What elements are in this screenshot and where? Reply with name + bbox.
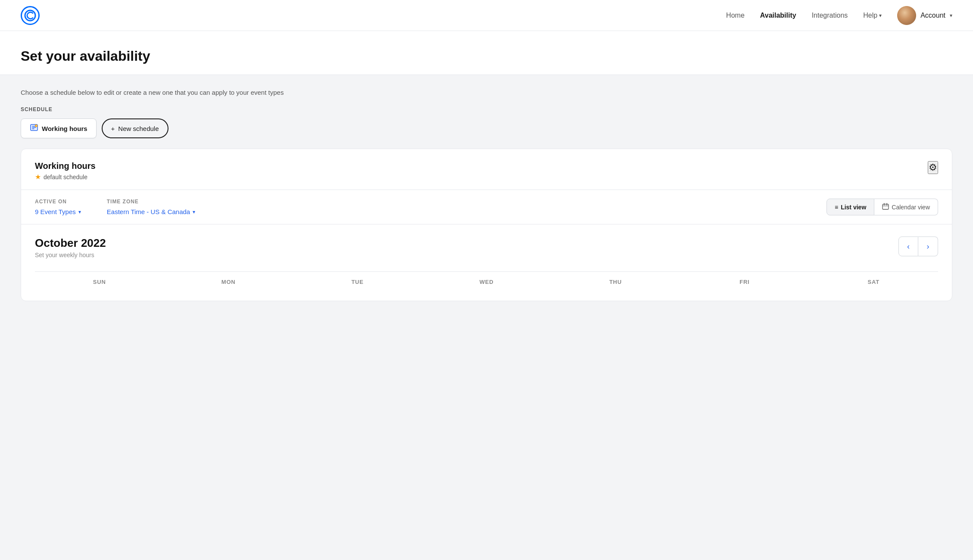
list-view-button[interactable]: ≡ List view: [826, 199, 874, 215]
day-headers: SUN MON TUE WED THU FRI SAT: [35, 271, 938, 289]
schedule-card: Working hours ★ default schedule ⚙ ACTIV…: [21, 149, 952, 301]
calendar-next-button[interactable]: ›: [918, 236, 938, 256]
view-buttons: ≡ List view Calendar view: [826, 199, 938, 215]
day-sat: SAT: [809, 279, 938, 289]
working-hours-label: Working hours: [42, 125, 87, 132]
avatar: [897, 6, 916, 25]
working-hours-pill[interactable]: Working hours: [21, 118, 97, 138]
schedule-section-label: SCHEDULE: [21, 106, 952, 112]
avatar-image: [897, 6, 916, 25]
list-view-icon: ≡: [835, 204, 838, 211]
day-fri: FRI: [680, 279, 809, 289]
calendar-title-area: October 2022 Set your weekly hours: [35, 236, 106, 269]
default-schedule-label: default schedule: [44, 174, 87, 180]
working-hours-icon: [30, 123, 38, 134]
active-on-col: ACTIVE ON 9 Event Types ▾: [35, 199, 81, 215]
help-chevron-icon: ▾: [879, 12, 882, 19]
timezone-chevron-icon: ▾: [193, 209, 195, 215]
new-schedule-label: New schedule: [118, 125, 159, 132]
timezone-value[interactable]: Eastern Time - US & Canada ▾: [107, 208, 195, 215]
logo[interactable]: [21, 6, 40, 25]
page-header: Set your availability: [0, 31, 973, 75]
day-sun: SUN: [35, 279, 164, 289]
svg-point-5: [35, 124, 37, 127]
calendar-prev-button[interactable]: ‹: [898, 236, 918, 256]
page-title: Set your availability: [21, 48, 952, 64]
schedule-card-meta: ACTIVE ON 9 Event Types ▾ TIME ZONE East…: [21, 190, 952, 224]
svg-rect-6: [883, 204, 889, 209]
main-content: Choose a schedule below to edit or creat…: [0, 75, 973, 560]
active-on-label: ACTIVE ON: [35, 199, 81, 205]
account-chevron-icon: ▾: [950, 12, 952, 19]
star-icon: ★: [35, 173, 41, 181]
navbar: Home Availability Integrations Help ▾ Ac…: [0, 0, 973, 31]
day-tue: TUE: [293, 279, 422, 289]
calendar-section: October 2022 Set your weekly hours ‹ › S…: [21, 224, 952, 301]
schedule-card-title: Working hours: [35, 161, 96, 171]
account-label: Account: [920, 12, 945, 19]
timezone-col: TIME ZONE Eastern Time - US & Canada ▾: [107, 199, 195, 215]
calendar-nav: ‹ ›: [898, 236, 938, 256]
timezone-label: TIME ZONE: [107, 199, 195, 205]
active-on-chevron-icon: ▾: [78, 209, 81, 215]
account-menu[interactable]: Account ▾: [897, 6, 952, 25]
nav-links: Home Availability Integrations Help ▾ Ac…: [726, 6, 952, 25]
schedule-card-title-area: Working hours ★ default schedule: [35, 161, 96, 181]
nav-home[interactable]: Home: [726, 12, 745, 19]
page-subtitle: Choose a schedule below to edit or creat…: [21, 89, 952, 96]
schedule-card-header: Working hours ★ default schedule ⚙: [21, 149, 952, 190]
settings-gear-icon[interactable]: ⚙: [928, 161, 938, 174]
calendar-view-icon: [882, 203, 889, 211]
new-schedule-plus: +: [111, 125, 115, 132]
new-schedule-pill[interactable]: + New schedule: [102, 118, 168, 138]
nav-help[interactable]: Help ▾: [863, 12, 882, 19]
day-mon: MON: [164, 279, 293, 289]
schedule-pills: Working hours + New schedule: [21, 118, 952, 138]
day-wed: WED: [422, 279, 551, 289]
calendar-subtitle: Set your weekly hours: [35, 252, 106, 258]
nav-availability[interactable]: Availability: [760, 12, 796, 19]
active-on-value[interactable]: 9 Event Types ▾: [35, 208, 81, 215]
calendar-header: October 2022 Set your weekly hours ‹ ›: [35, 236, 938, 269]
calendar-month: October 2022: [35, 236, 106, 250]
logo-icon: [21, 6, 40, 25]
schedule-card-sub: ★ default schedule: [35, 173, 96, 181]
day-thu: THU: [551, 279, 680, 289]
nav-integrations[interactable]: Integrations: [812, 12, 848, 19]
calendar-view-button[interactable]: Calendar view: [874, 199, 938, 215]
